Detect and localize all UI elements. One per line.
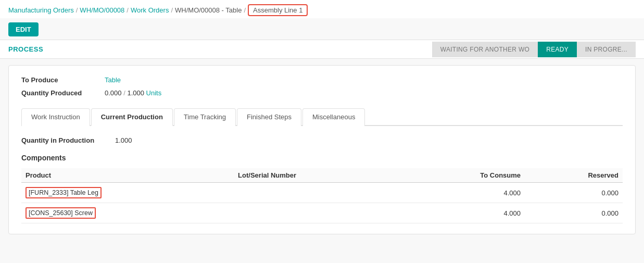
status-in-progress-button[interactable]: IN PROGRE... [577,42,636,57]
qty-in-production-value: 1.000 [115,136,132,144]
col-lot-serial: Lot/Serial Number [234,168,402,183]
edit-button[interactable]: EDIT [8,22,39,36]
quantity-row: Quantity Produced 0.000 / 1.000 Units [21,89,623,97]
to-produce-row: To Produce Table [21,76,623,84]
tab-miscellaneous[interactable]: Miscellaneous [302,108,365,126]
reserved-cell: 0.000 [525,203,623,223]
to-consume-cell: 4.000 [402,203,525,223]
process-bar: PROCESS WAITING FOR ANOTHER WO READY IN … [0,40,644,59]
qty-in-production-row: Quantity in Production 1.000 [21,136,623,144]
status-buttons: WAITING FOR ANOTHER WO READY IN PROGRE..… [432,42,636,57]
table-row: [FURN_2333] Table Leg 4.000 0.000 [21,183,623,203]
col-to-consume: To Consume [402,168,525,183]
breadcrumb-table-ref: WH/MO/00008 - Table [175,6,242,14]
to-produce-label: To Produce [21,76,105,84]
tab-finished-steps[interactable]: Finished Steps [237,108,301,126]
to-consume-cell: 4.000 [402,183,525,203]
quantity-total: 1.000 [127,89,144,97]
product-cell: [CONS_25630] Screw [21,203,234,223]
components-title: Components [21,154,623,162]
to-produce-value: Table [105,76,121,84]
lot-serial-cell [234,203,402,223]
quantity-value: 0.000 / 1.000 Units [105,89,161,97]
breadcrumb-sep-1: / [76,6,78,14]
assembly-line-badge: Assembly Line 1 [248,4,308,16]
main-content: To Produce Table Quantity Produced 0.000… [8,65,636,234]
status-ready-button[interactable]: READY [538,42,577,57]
col-product: Product [21,168,234,183]
product-cell: [FURN_2333] Table Leg [21,183,234,203]
units-link[interactable]: Units [146,89,162,97]
breadcrumb-sep-3: / [171,6,173,14]
col-reserved: Reserved [525,168,623,183]
tab-work-instruction[interactable]: Work Instruction [21,108,90,126]
tabs: Work Instruction Current Production Time… [21,107,623,126]
quantity-current: 0.000 [105,89,122,97]
product-badge: [FURN_2333] Table Leg [26,187,102,198]
breadcrumb-manufacturing-orders[interactable]: Manufacturing Orders [8,6,74,14]
to-produce-link[interactable]: Table [105,76,121,84]
tab-time-tracking[interactable]: Time Tracking [174,108,236,126]
reserved-cell: 0.000 [525,183,623,203]
status-waiting-button[interactable]: WAITING FOR ANOTHER WO [432,42,538,57]
process-label: PROCESS [8,40,43,58]
quantity-label: Quantity Produced [21,89,105,97]
tab-current-production[interactable]: Current Production [91,108,173,126]
top-bar: Manufacturing Orders / WH/MO/00008 / Wor… [0,0,644,18]
breadcrumb-sep-4: / [244,6,246,14]
components-table: Product Lot/Serial Number To Consume Res… [21,168,623,223]
product-badge: [CONS_25630] Screw [26,207,96,219]
lot-serial-cell [234,183,402,203]
breadcrumb-mo-number[interactable]: WH/MO/00008 [80,6,124,14]
breadcrumb-sep-2: / [127,6,129,14]
table-row: [CONS_25630] Screw 4.000 0.000 [21,203,623,223]
breadcrumb-work-orders[interactable]: Work Orders [131,6,169,14]
breadcrumb: Manufacturing Orders / WH/MO/00008 / Wor… [8,4,636,16]
qty-in-production-label: Quantity in Production [21,136,115,144]
